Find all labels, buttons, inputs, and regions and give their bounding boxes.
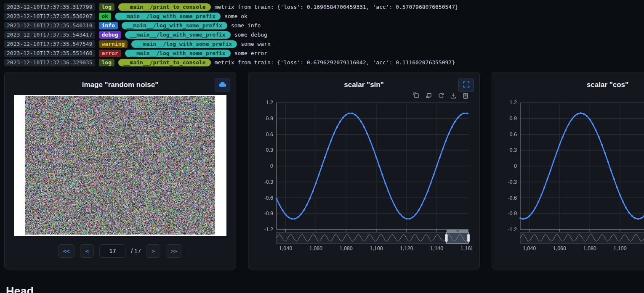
svg-text:1,160: 1,160 — [460, 245, 472, 251]
last-page-button[interactable]: >> — [166, 244, 183, 258]
prev-page-button[interactable]: < — [80, 244, 94, 258]
log-source-badge: __main__/log_with_some_prefix — [131, 40, 237, 48]
svg-text:0.9: 0.9 — [266, 116, 273, 121]
svg-text:-1.2: -1.2 — [508, 227, 517, 232]
svg-text:1,080: 1,080 — [340, 245, 353, 251]
svg-text:-0.9: -0.9 — [264, 211, 273, 216]
svg-text:1,040: 1,040 — [279, 245, 292, 251]
sin-chart-card: scalar "sin" 1.20.90.60.30-0.3-0.6-0.9-1… — [248, 72, 480, 269]
data-view-icon[interactable] — [462, 92, 469, 99]
image-pagination: << < / 17 > >> — [5, 244, 236, 258]
log-level-badge: log — [99, 59, 114, 66]
log-level-badge: info — [99, 22, 118, 29]
cos-chart: 1.20.90.60.30-0.3-0.6-0.9-1.21,0401,0601… — [499, 91, 644, 261]
page-input[interactable] — [99, 244, 125, 258]
restore-icon[interactable] — [438, 92, 444, 99]
svg-text:0: 0 — [270, 163, 273, 169]
svg-text:1,040: 1,040 — [523, 245, 536, 251]
datazoom-window[interactable] — [447, 232, 468, 243]
section-heading: Head — [6, 285, 644, 293]
sin-chart: 1.20.90.60.30-0.3-0.6-0.9-1.21,0401,0601… — [255, 91, 472, 261]
log-row: 2023-12-10T17:37:35.543417debug__main__/… — [4, 30, 644, 39]
svg-text:-1.2: -1.2 — [264, 227, 273, 232]
fullscreen-button[interactable] — [458, 78, 474, 92]
page-total-label: / 17 — [131, 248, 141, 254]
datazoom-handle-left[interactable] — [445, 234, 448, 242]
datazoom-handle-right[interactable] — [467, 234, 470, 242]
log-message: metrix from train: {'loss': 0.1690584700… — [215, 4, 458, 10]
log-row: 2023-12-10T17:37:35.317799log__main__/pr… — [4, 3, 644, 11]
svg-text:0.9: 0.9 — [510, 116, 517, 121]
noise-image — [25, 96, 215, 235]
fullscreen-icon — [463, 81, 470, 90]
svg-text:1,120: 1,120 — [400, 245, 413, 251]
log-level-badge: log — [99, 3, 114, 11]
image-card-title: image "random noise" — [5, 81, 236, 89]
svg-text:1.2: 1.2 — [510, 100, 517, 106]
svg-text:0: 0 — [514, 163, 517, 169]
svg-text:0.3: 0.3 — [266, 147, 273, 153]
cos-chart-plot[interactable]: 1.20.90.60.30-0.3-0.6-0.9-1.21,0401,0601… — [499, 91, 644, 261]
log-source-badge: __main__/log_with_some_prefix — [122, 22, 227, 29]
log-console: 2023-12-10T17:37:35.317799log__main__/pr… — [0, 0, 644, 69]
log-timestamp: 2023-12-10T17:37:35.540310 — [4, 22, 95, 29]
log-message: some debug — [234, 32, 267, 38]
image-card: image "random noise" << < / 17 > >> — [4, 72, 236, 269]
log-timestamp: 2023-12-10T17:37:35.536207 — [4, 13, 95, 20]
datazoom-slider[interactable] — [520, 230, 644, 243]
log-source-badge: __main__/log_with_some_prefix — [125, 31, 231, 39]
log-row: 2023-12-10T17:37:35.540310info__main__/l… — [4, 21, 644, 30]
log-row: 2023-12-10T17:37:36.329035log__main__/pr… — [4, 58, 644, 67]
datazoom-slider[interactable] — [277, 230, 470, 243]
cloud-download-button[interactable] — [215, 78, 230, 92]
log-source-badge: __main__/log_with_some_prefix — [115, 13, 221, 20]
noise-figure-frame — [14, 95, 226, 236]
first-page-button[interactable]: << — [58, 244, 75, 258]
log-row: 2023-12-10T17:37:35.551460error__main__/… — [4, 49, 644, 58]
svg-text:-0.3: -0.3 — [508, 179, 517, 185]
log-message: some error — [234, 50, 267, 56]
log-source-badge: __main__/print_to_console — [118, 59, 211, 66]
svg-text:-0.6: -0.6 — [508, 195, 517, 201]
svg-text:1,140: 1,140 — [430, 245, 443, 251]
svg-text:1,100: 1,100 — [370, 245, 383, 251]
svg-text:1,060: 1,060 — [309, 245, 322, 251]
log-source-badge: __main__/print_to_console — [118, 3, 211, 11]
svg-text:1.2: 1.2 — [266, 100, 273, 106]
log-row: 2023-12-10T17:37:35.547549warning__main_… — [4, 40, 644, 48]
log-message: some info — [231, 22, 261, 29]
log-message: some ok — [224, 13, 247, 19]
log-timestamp: 2023-12-10T17:37:35.551460 — [4, 50, 95, 57]
app-root: 2023-12-10T17:37:35.317799log__main__/pr… — [0, 0, 644, 293]
cos-chart-title: scalar "cos" — [492, 81, 644, 89]
log-message: metrix from train: {'loss': 0.6796292079… — [215, 59, 455, 66]
log-message: some warn — [241, 41, 270, 47]
svg-text:1,080: 1,080 — [583, 245, 596, 251]
log-timestamp: 2023-12-10T17:37:35.547549 — [4, 40, 95, 48]
log-level-badge: error — [99, 50, 121, 57]
sin-chart-title: scalar "sin" — [248, 81, 479, 89]
zoom-reset-icon[interactable] — [426, 92, 432, 99]
log-level-badge: warning — [99, 40, 128, 48]
sin-chart-plot[interactable]: 1.20.90.60.30-0.3-0.6-0.9-1.21,0401,0601… — [255, 91, 472, 261]
download-icon[interactable] — [450, 92, 457, 99]
svg-text:-0.6: -0.6 — [264, 195, 273, 201]
log-timestamp: 2023-12-10T17:37:35.543417 — [4, 31, 95, 39]
chart-toolbox — [413, 92, 469, 99]
panels-row: image "random noise" << < / 17 > >> — [4, 72, 644, 269]
svg-text:1,100: 1,100 — [613, 245, 626, 251]
log-level-badge: debug — [99, 31, 121, 39]
cos-chart-card: scalar "cos" 1.20.90.60.30-0.3-0.6-0.9-1… — [492, 72, 644, 269]
svg-text:0.6: 0.6 — [510, 132, 517, 137]
zoom-select-icon[interactable] — [413, 92, 420, 99]
log-source-badge: __main__/log_with_some_prefix — [125, 50, 231, 57]
svg-text:0.6: 0.6 — [266, 132, 273, 137]
svg-text:1,060: 1,060 — [553, 245, 566, 251]
log-timestamp: 2023-12-10T17:37:36.329035 — [4, 59, 95, 66]
next-page-button[interactable]: > — [146, 244, 160, 258]
svg-text:-0.3: -0.3 — [264, 179, 273, 185]
log-row: 2023-12-10T17:37:35.536207ok__main__/log… — [4, 12, 644, 21]
log-timestamp: 2023-12-10T17:37:35.317799 — [4, 3, 95, 11]
cloud-download-icon — [218, 81, 227, 89]
svg-text:-0.9: -0.9 — [508, 211, 517, 216]
